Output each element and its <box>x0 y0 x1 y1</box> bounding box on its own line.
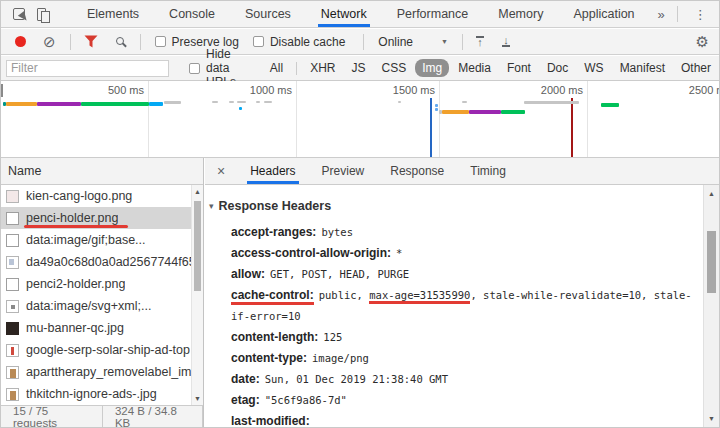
scroll-down-icon[interactable]: ▼ <box>704 415 719 422</box>
filter-funnel-icon[interactable] <box>84 35 98 48</box>
chevron-down-icon: ▼ <box>441 38 448 45</box>
devtools-window: ElementsConsoleSourcesNetworkPerformance… <box>0 0 720 428</box>
request-row-da49a0c68d0a0ad2567744f65[interactable]: da49a0c68d0a0ad2567744f65 <box>1 251 191 273</box>
detail-tab-headers[interactable]: Headers <box>247 158 298 184</box>
filter-pill-ws[interactable]: WS <box>577 59 610 77</box>
detail-tabs: × HeadersPreviewResponseTiming <box>205 158 719 185</box>
bar <box>502 45 510 47</box>
filter-input[interactable] <box>6 60 169 77</box>
filter-pill-css[interactable]: CSS <box>375 59 414 77</box>
file-type-icon <box>6 366 19 379</box>
response-header-line: etag:"5c6f9a86-7d" <box>205 390 703 411</box>
tab-network[interactable]: Network <box>318 1 370 27</box>
header-lines: accept-ranges:bytesaccess-control-allow-… <box>205 222 703 427</box>
waterfall-bar-segment <box>149 102 163 106</box>
tab-sources[interactable]: Sources <box>242 1 294 27</box>
transferred-size: 324 B / 34.8 KB <box>103 406 203 427</box>
network-toolbar: ⊘ Preserve log Disable cache Online ▼ ↑ … <box>1 29 719 55</box>
timeline-gridline <box>587 81 588 157</box>
response-headers-section[interactable]: ▾ Response Headers <box>209 195 703 216</box>
requests-panel: Name kien-cang-logo.pngpenci-holder.pngd… <box>1 158 204 427</box>
detail-tab-timing[interactable]: Timing <box>467 158 509 184</box>
waterfall-bar-segment <box>524 101 579 104</box>
waterfall-bar-segment <box>239 107 242 110</box>
filter-pill-media[interactable]: Media <box>451 59 498 77</box>
import-har-icon[interactable]: ↑ <box>476 36 484 47</box>
arrow: ↑ <box>477 38 483 47</box>
waterfall-bar-segment <box>212 101 218 103</box>
device-toolbar-icon[interactable] <box>37 8 46 21</box>
header-key: etag: <box>231 393 260 407</box>
tab-application[interactable]: Application <box>570 1 637 27</box>
preserve-log-checkbox[interactable] <box>155 36 166 47</box>
divider <box>677 6 678 22</box>
header-value: image/png <box>312 352 369 364</box>
request-row-google-serp-solar-ship-ad-top[interactable]: google-serp-solar-ship-ad-top <box>1 339 191 361</box>
file-type-icon <box>6 212 19 225</box>
file-type-icon <box>6 388 19 401</box>
record-icon[interactable] <box>15 36 26 47</box>
scroll-up-icon[interactable]: ▲ <box>704 190 719 197</box>
detail-tab-strip: HeadersPreviewResponseTiming <box>237 158 519 184</box>
filter-pill-xhr[interactable]: XHR <box>303 59 342 77</box>
details-panel: × HeadersPreviewResponseTiming ▾ Respons… <box>205 158 719 427</box>
details-scrollbar[interactable]: ▲ ▼ <box>703 185 719 427</box>
timeline-tick-label: 1000 ms <box>222 84 292 96</box>
request-name: kien-cang-logo.png <box>26 189 132 203</box>
filter-pill-js[interactable]: JS <box>345 59 373 77</box>
file-type-icon <box>6 234 19 247</box>
disable-cache-checkbox[interactable] <box>253 36 264 47</box>
scroll-down-icon[interactable]: ▼ <box>192 395 203 402</box>
response-header-line: date:Sun, 01 Dec 2019 21:38:40 GMT <box>205 369 703 390</box>
request-row-aparttherapy-removelabel-ima[interactable]: aparttherapy_removelabel_ima <box>1 361 191 383</box>
clear-icon[interactable]: ⊘ <box>43 34 56 49</box>
filter-pill-other[interactable]: Other <box>674 59 718 77</box>
more-tabs-button[interactable]: » <box>658 7 665 22</box>
request-row-mu-banner-qc-jpg[interactable]: mu-banner-qc.jpg <box>1 317 191 339</box>
tab-console[interactable]: Console <box>166 1 218 27</box>
request-row-data-image-gif-base[interactable]: data:image/gif;base... <box>1 229 191 251</box>
export-har-icon[interactable]: ↓ <box>502 36 510 47</box>
response-header-line: cache-control:public, max-age=31535990, … <box>205 285 703 306</box>
scroll-up-icon[interactable]: ▲ <box>192 188 203 195</box>
timeline-tick-label: 2500 ms <box>661 84 719 96</box>
request-row-thkitchn-ignore-ads-jpg[interactable]: thkitchn-ignore-ads-.jpg <box>1 383 191 405</box>
filter-pill-font[interactable]: Font <box>500 59 538 77</box>
overview-left-handle[interactable] <box>1 84 3 97</box>
tab-elements[interactable]: Elements <box>84 1 142 27</box>
gear-icon[interactable]: ⚙ <box>696 33 709 51</box>
request-name: data:image/svg+xml;... <box>26 299 151 313</box>
throttling-dropdown[interactable]: Online ▼ <box>378 35 448 49</box>
detail-tab-preview[interactable]: Preview <box>319 158 368 184</box>
header-value: max-age=31535990 <box>369 289 470 301</box>
search-icon[interactable] <box>116 37 124 45</box>
header-key: date: <box>231 372 260 386</box>
name-column-header[interactable]: Name <box>1 158 203 185</box>
request-list-scrollbar[interactable]: ▲ ▼ <box>191 185 203 405</box>
network-overview[interactable]: 500 ms1000 ms1500 ms2000 ms2500 ms <box>1 81 719 158</box>
inspect-element-icon[interactable] <box>13 8 25 20</box>
tab-memory[interactable]: Memory <box>495 1 546 27</box>
waterfall-bar-segment <box>462 101 467 103</box>
timeline-gridline <box>439 81 440 157</box>
main-area: Name kien-cang-logo.pngpenci-holder.pngd… <box>1 158 719 427</box>
detail-tab-response[interactable]: Response <box>387 158 447 184</box>
header-value: bytes <box>321 226 353 238</box>
filter-pill-all[interactable]: All <box>263 59 290 77</box>
close-details-icon[interactable]: × <box>205 163 237 179</box>
arrow: ↓ <box>503 36 509 45</box>
request-row-kien-cang-logo-png[interactable]: kien-cang-logo.png <box>1 185 191 207</box>
tabbar-right: ⋮ × <box>673 5 720 23</box>
header-value: , stale-while-revalidate=10, stale- <box>470 289 691 301</box>
filter-pill-manifest[interactable]: Manifest <box>613 59 672 77</box>
scrollbar-thumb[interactable] <box>707 231 716 293</box>
tab-performance[interactable]: Performance <box>394 1 472 27</box>
filter-pill-doc[interactable]: Doc <box>540 59 575 77</box>
request-row-penci-holder-png[interactable]: penci-holder.png <box>1 207 191 229</box>
menu-icon[interactable]: ⋮ <box>686 7 715 22</box>
scrollbar-thumb[interactable] <box>194 201 201 291</box>
request-row-penci2-holder-png[interactable]: penci2-holder.png <box>1 273 191 295</box>
request-row-data-image-svg-xml[interactable]: data:image/svg+xml;... <box>1 295 191 317</box>
filter-pill-img[interactable]: Img <box>415 59 449 77</box>
hide-data-urls-checkbox[interactable] <box>189 63 200 74</box>
